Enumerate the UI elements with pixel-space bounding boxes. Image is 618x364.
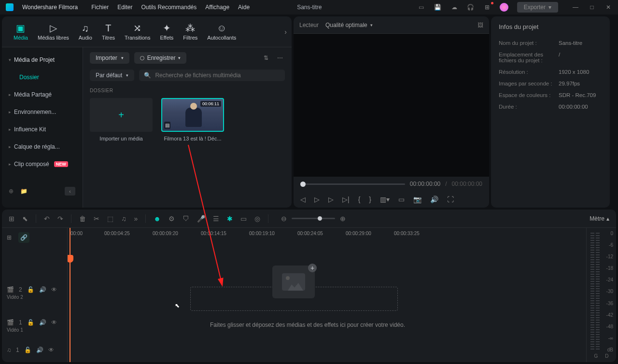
layout-icon[interactable]: ▥▾ <box>380 196 390 203</box>
subtitle-icon[interactable]: ☰ <box>213 215 219 223</box>
track-video-2[interactable]: 🎬2🔓🔊👁 Vidéo 2 <box>2 281 67 305</box>
stop-icon[interactable]: ▷ <box>314 196 320 203</box>
total-time: 00:00:00:00 <box>452 181 482 187</box>
mic-icon[interactable]: 🎤 <box>197 215 205 223</box>
cut-icon[interactable]: ✂ <box>94 215 99 223</box>
tab-effects[interactable]: ✦Effets <box>155 20 178 43</box>
menu-file[interactable]: Fichier <box>91 4 109 11</box>
tab-free-media[interactable]: ▷Médias libres <box>33 20 74 43</box>
aspect-icon[interactable]: ▭ <box>398 196 405 203</box>
track-audio-1[interactable]: ♫1🔓🔊👁 <box>2 338 67 362</box>
playhead[interactable] <box>70 228 70 362</box>
avatar[interactable] <box>500 3 508 12</box>
mark-out-icon[interactable]: } <box>369 196 371 203</box>
media-clip[interactable]: 00:06:11 ▤ <box>161 98 224 132</box>
minimize-icon[interactable]: — <box>572 3 579 11</box>
menu-edit[interactable]: Editer <box>117 4 132 11</box>
track-video-1[interactable]: 🎬1🔓🔊👁 Vidéo 1 <box>2 314 67 338</box>
link-icon[interactable]: 🔗 <box>18 232 29 243</box>
quality-dropdown[interactable]: Qualité optimale▾ <box>325 22 373 28</box>
sidebar-item-shared[interactable]: ▸Média Partagé <box>2 86 83 103</box>
sidebar-item-environment[interactable]: ▸Environnemen... <box>2 103 83 121</box>
ai-icon[interactable]: ☻ <box>154 215 161 223</box>
drop-placeholder-icon[interactable] <box>272 266 315 298</box>
undo-icon[interactable]: ↶ <box>44 215 50 223</box>
preview-canvas[interactable] <box>294 34 489 177</box>
player-label: Lecteur <box>299 22 319 28</box>
lock-icon[interactable]: 🔓 <box>27 286 34 293</box>
mute-icon[interactable]: 🔊 <box>39 319 46 326</box>
import-button[interactable]: Importer▾ <box>90 52 129 64</box>
sidebar-item-project-media[interactable]: ▾Média de Projet <box>2 51 83 69</box>
next-frame-icon[interactable]: ▷| <box>342 196 350 203</box>
folder-icon[interactable]: 📁 <box>20 188 28 195</box>
tab-transitions[interactable]: ⤨Transitions <box>120 20 155 43</box>
export-button[interactable]: Exporter▾ <box>517 2 558 13</box>
render-icon[interactable]: ◎ <box>254 215 260 223</box>
sidebar-item-influence[interactable]: ▸Influence Kit <box>2 121 83 138</box>
ruler[interactable]: 00:00 00:00:04:25 00:00:09:20 00:00:14:1… <box>68 228 586 247</box>
grid-tool-icon[interactable]: ⊞ <box>9 215 14 223</box>
mute-icon[interactable]: 🔊 <box>36 347 43 353</box>
delete-icon[interactable]: 🗑 <box>79 215 86 223</box>
sidebar-item-adjustment[interactable]: ▸Calque de régla... <box>2 138 83 155</box>
close-icon[interactable]: ✕ <box>604 3 612 11</box>
zoom-slider[interactable] <box>292 218 335 219</box>
sidebar-item-compound[interactable]: ▸Clip composéNEW <box>2 155 83 173</box>
preview-scrubber[interactable] <box>300 183 405 185</box>
mute-icon[interactable]: 🔊 <box>39 286 46 293</box>
grid-icon[interactable]: ⊞ <box>483 3 491 11</box>
tab-audio[interactable]: ♫Audio <box>74 20 97 43</box>
sidebar-item-folder[interactable]: Dossier <box>2 69 83 86</box>
zoom-out-icon[interactable]: ⊖ <box>281 215 287 223</box>
visible-icon[interactable]: 👁 <box>51 286 57 293</box>
visible-icon[interactable]: 👁 <box>48 347 54 353</box>
import-media-tile[interactable]: + <box>90 98 153 132</box>
save-icon[interactable]: 💾 <box>434 3 442 11</box>
mark-in-icon[interactable]: { <box>358 196 361 203</box>
search-field[interactable] <box>155 72 280 79</box>
screen-icon[interactable]: ▭ <box>418 3 425 11</box>
camera-icon[interactable]: 📷 <box>413 196 421 203</box>
tab-media[interactable]: ▣Média <box>9 20 33 43</box>
clip-name: Filmora 13 est là ! Déc... <box>161 136 224 141</box>
add-track-icon[interactable]: ⊞ <box>7 234 12 241</box>
audio-icon[interactable]: ♫ <box>121 215 126 223</box>
snapshot-icon[interactable]: 🖼 <box>478 22 483 28</box>
sort-dropdown[interactable]: Par défaut▾ <box>90 70 134 81</box>
record-button[interactable]: Enregistrer▾ <box>134 52 187 64</box>
prev-frame-icon[interactable]: ◁ <box>300 196 306 203</box>
menu-tools[interactable]: Outils Recommandés <box>141 4 197 11</box>
fullscreen-icon[interactable]: ⛶ <box>447 196 454 203</box>
crop-icon[interactable]: ⬚ <box>107 215 113 223</box>
bug-icon[interactable]: ✱ <box>227 215 233 223</box>
lock-icon[interactable]: 🔓 <box>24 347 31 353</box>
collapse-sidebar-button[interactable]: ‹ <box>65 187 75 196</box>
music-icon: ♫ <box>7 347 11 353</box>
tab-titles[interactable]: TTitres <box>97 20 120 43</box>
filter-icon[interactable]: ⇅ <box>262 53 270 63</box>
maximize-icon[interactable]: □ <box>588 3 596 11</box>
add-folder-icon[interactable]: ⊕ <box>9 188 14 195</box>
tabs-scroll-right-icon[interactable]: › <box>284 28 287 36</box>
zoom-in-icon[interactable]: ⊕ <box>340 215 346 223</box>
device-icon[interactable]: ▭ <box>240 215 247 223</box>
more-icon[interactable]: ⋯ <box>275 53 285 63</box>
meter-label[interactable]: Mètre▴ <box>590 215 609 222</box>
timeline-tracks[interactable]: 00:00 00:00:04:25 00:00:09:20 00:00:14:1… <box>68 228 586 362</box>
play-icon[interactable]: ▷ <box>328 196 334 203</box>
tab-filters[interactable]: ⁂Filtres <box>178 20 202 43</box>
search-input[interactable]: 🔍 <box>139 70 285 81</box>
effect-wheel-icon[interactable]: ⚙ <box>169 215 175 223</box>
select-tool-icon[interactable]: ⬉ <box>22 215 28 223</box>
headset-icon[interactable]: 🎧 <box>467 3 475 11</box>
more-tools-icon[interactable]: » <box>134 215 138 223</box>
tab-stickers[interactable]: ☺Autocollants <box>202 20 241 43</box>
cloud-icon[interactable]: ☁ <box>450 3 458 11</box>
redo-icon[interactable]: ↷ <box>57 215 63 223</box>
volume-icon[interactable]: 🔊 <box>430 196 438 203</box>
lock-icon[interactable]: 🔓 <box>27 319 34 326</box>
shield-icon[interactable]: ⛉ <box>183 215 189 223</box>
section-label: DOSSIER <box>90 88 285 93</box>
visible-icon[interactable]: 👁 <box>51 319 57 326</box>
